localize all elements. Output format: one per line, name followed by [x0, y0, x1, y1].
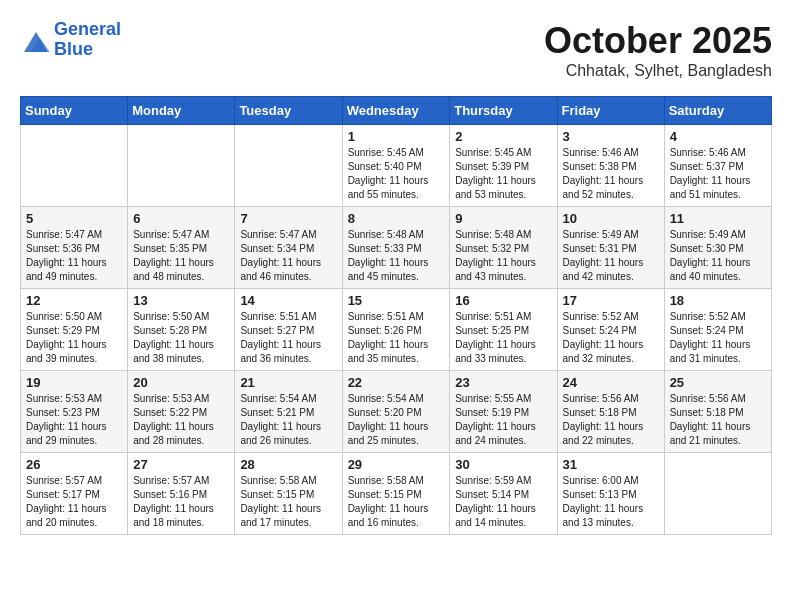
day-number: 28	[240, 457, 336, 472]
day-info: Sunrise: 5:46 AM Sunset: 5:38 PM Dayligh…	[563, 146, 659, 202]
calendar-cell: 20Sunrise: 5:53 AM Sunset: 5:22 PM Dayli…	[128, 371, 235, 453]
day-number: 7	[240, 211, 336, 226]
day-number: 15	[348, 293, 445, 308]
calendar-cell: 30Sunrise: 5:59 AM Sunset: 5:14 PM Dayli…	[450, 453, 557, 535]
day-number: 1	[348, 129, 445, 144]
calendar-cell: 11Sunrise: 5:49 AM Sunset: 5:30 PM Dayli…	[664, 207, 771, 289]
day-info: Sunrise: 5:51 AM Sunset: 5:27 PM Dayligh…	[240, 310, 336, 366]
day-info: Sunrise: 5:48 AM Sunset: 5:33 PM Dayligh…	[348, 228, 445, 284]
calendar-header-row: SundayMondayTuesdayWednesdayThursdayFrid…	[21, 97, 772, 125]
logo: General Blue	[20, 20, 121, 60]
weekday-header-saturday: Saturday	[664, 97, 771, 125]
calendar-table: SundayMondayTuesdayWednesdayThursdayFrid…	[20, 96, 772, 535]
day-number: 19	[26, 375, 122, 390]
calendar-cell: 31Sunrise: 6:00 AM Sunset: 5:13 PM Dayli…	[557, 453, 664, 535]
day-number: 31	[563, 457, 659, 472]
day-number: 27	[133, 457, 229, 472]
page-header: General Blue October 2025 Chhatak, Sylhe…	[20, 20, 772, 80]
calendar-cell: 19Sunrise: 5:53 AM Sunset: 5:23 PM Dayli…	[21, 371, 128, 453]
calendar-cell: 3Sunrise: 5:46 AM Sunset: 5:38 PM Daylig…	[557, 125, 664, 207]
day-number: 6	[133, 211, 229, 226]
day-info: Sunrise: 5:45 AM Sunset: 5:39 PM Dayligh…	[455, 146, 551, 202]
weekday-header-monday: Monday	[128, 97, 235, 125]
day-number: 3	[563, 129, 659, 144]
month-title: October 2025	[544, 20, 772, 62]
day-info: Sunrise: 5:48 AM Sunset: 5:32 PM Dayligh…	[455, 228, 551, 284]
day-number: 2	[455, 129, 551, 144]
weekday-header-friday: Friday	[557, 97, 664, 125]
day-number: 23	[455, 375, 551, 390]
calendar-cell: 17Sunrise: 5:52 AM Sunset: 5:24 PM Dayli…	[557, 289, 664, 371]
day-number: 25	[670, 375, 766, 390]
calendar-cell	[21, 125, 128, 207]
calendar-cell: 15Sunrise: 5:51 AM Sunset: 5:26 PM Dayli…	[342, 289, 450, 371]
logo-icon	[20, 28, 50, 52]
calendar-week-row: 5Sunrise: 5:47 AM Sunset: 5:36 PM Daylig…	[21, 207, 772, 289]
day-info: Sunrise: 5:50 AM Sunset: 5:29 PM Dayligh…	[26, 310, 122, 366]
day-info: Sunrise: 5:49 AM Sunset: 5:31 PM Dayligh…	[563, 228, 659, 284]
calendar-cell: 8Sunrise: 5:48 AM Sunset: 5:33 PM Daylig…	[342, 207, 450, 289]
calendar-cell: 28Sunrise: 5:58 AM Sunset: 5:15 PM Dayli…	[235, 453, 342, 535]
day-number: 26	[26, 457, 122, 472]
day-number: 29	[348, 457, 445, 472]
calendar-cell: 14Sunrise: 5:51 AM Sunset: 5:27 PM Dayli…	[235, 289, 342, 371]
day-info: Sunrise: 5:58 AM Sunset: 5:15 PM Dayligh…	[348, 474, 445, 530]
weekday-header-thursday: Thursday	[450, 97, 557, 125]
day-info: Sunrise: 5:53 AM Sunset: 5:23 PM Dayligh…	[26, 392, 122, 448]
day-number: 14	[240, 293, 336, 308]
day-number: 8	[348, 211, 445, 226]
calendar-week-row: 1Sunrise: 5:45 AM Sunset: 5:40 PM Daylig…	[21, 125, 772, 207]
day-number: 17	[563, 293, 659, 308]
calendar-cell: 23Sunrise: 5:55 AM Sunset: 5:19 PM Dayli…	[450, 371, 557, 453]
calendar-cell: 10Sunrise: 5:49 AM Sunset: 5:31 PM Dayli…	[557, 207, 664, 289]
calendar-week-row: 12Sunrise: 5:50 AM Sunset: 5:29 PM Dayli…	[21, 289, 772, 371]
calendar-cell: 27Sunrise: 5:57 AM Sunset: 5:16 PM Dayli…	[128, 453, 235, 535]
calendar-cell: 25Sunrise: 5:56 AM Sunset: 5:18 PM Dayli…	[664, 371, 771, 453]
calendar-cell: 9Sunrise: 5:48 AM Sunset: 5:32 PM Daylig…	[450, 207, 557, 289]
day-info: Sunrise: 5:51 AM Sunset: 5:25 PM Dayligh…	[455, 310, 551, 366]
day-number: 22	[348, 375, 445, 390]
day-info: Sunrise: 5:57 AM Sunset: 5:16 PM Dayligh…	[133, 474, 229, 530]
calendar-week-row: 19Sunrise: 5:53 AM Sunset: 5:23 PM Dayli…	[21, 371, 772, 453]
day-number: 18	[670, 293, 766, 308]
calendar-cell: 13Sunrise: 5:50 AM Sunset: 5:28 PM Dayli…	[128, 289, 235, 371]
title-block: October 2025 Chhatak, Sylhet, Bangladesh	[544, 20, 772, 80]
day-info: Sunrise: 5:51 AM Sunset: 5:26 PM Dayligh…	[348, 310, 445, 366]
calendar-cell: 21Sunrise: 5:54 AM Sunset: 5:21 PM Dayli…	[235, 371, 342, 453]
weekday-header-sunday: Sunday	[21, 97, 128, 125]
day-info: Sunrise: 5:56 AM Sunset: 5:18 PM Dayligh…	[563, 392, 659, 448]
calendar-cell	[235, 125, 342, 207]
calendar-cell: 5Sunrise: 5:47 AM Sunset: 5:36 PM Daylig…	[21, 207, 128, 289]
day-info: Sunrise: 5:58 AM Sunset: 5:15 PM Dayligh…	[240, 474, 336, 530]
day-number: 24	[563, 375, 659, 390]
location-title: Chhatak, Sylhet, Bangladesh	[544, 62, 772, 80]
day-info: Sunrise: 5:56 AM Sunset: 5:18 PM Dayligh…	[670, 392, 766, 448]
day-number: 13	[133, 293, 229, 308]
day-info: Sunrise: 5:57 AM Sunset: 5:17 PM Dayligh…	[26, 474, 122, 530]
day-number: 21	[240, 375, 336, 390]
day-info: Sunrise: 5:50 AM Sunset: 5:28 PM Dayligh…	[133, 310, 229, 366]
calendar-cell: 1Sunrise: 5:45 AM Sunset: 5:40 PM Daylig…	[342, 125, 450, 207]
day-number: 12	[26, 293, 122, 308]
day-info: Sunrise: 5:47 AM Sunset: 5:35 PM Dayligh…	[133, 228, 229, 284]
day-number: 16	[455, 293, 551, 308]
day-info: Sunrise: 5:52 AM Sunset: 5:24 PM Dayligh…	[563, 310, 659, 366]
day-info: Sunrise: 5:53 AM Sunset: 5:22 PM Dayligh…	[133, 392, 229, 448]
day-number: 4	[670, 129, 766, 144]
calendar-cell: 24Sunrise: 5:56 AM Sunset: 5:18 PM Dayli…	[557, 371, 664, 453]
calendar-cell	[664, 453, 771, 535]
calendar-cell: 26Sunrise: 5:57 AM Sunset: 5:17 PM Dayli…	[21, 453, 128, 535]
weekday-header-tuesday: Tuesday	[235, 97, 342, 125]
day-info: Sunrise: 5:45 AM Sunset: 5:40 PM Dayligh…	[348, 146, 445, 202]
calendar-cell	[128, 125, 235, 207]
logo-text: General Blue	[54, 20, 121, 60]
day-info: Sunrise: 6:00 AM Sunset: 5:13 PM Dayligh…	[563, 474, 659, 530]
day-info: Sunrise: 5:46 AM Sunset: 5:37 PM Dayligh…	[670, 146, 766, 202]
day-number: 30	[455, 457, 551, 472]
day-info: Sunrise: 5:47 AM Sunset: 5:34 PM Dayligh…	[240, 228, 336, 284]
day-info: Sunrise: 5:49 AM Sunset: 5:30 PM Dayligh…	[670, 228, 766, 284]
day-info: Sunrise: 5:52 AM Sunset: 5:24 PM Dayligh…	[670, 310, 766, 366]
calendar-cell: 22Sunrise: 5:54 AM Sunset: 5:20 PM Dayli…	[342, 371, 450, 453]
weekday-header-wednesday: Wednesday	[342, 97, 450, 125]
day-number: 9	[455, 211, 551, 226]
